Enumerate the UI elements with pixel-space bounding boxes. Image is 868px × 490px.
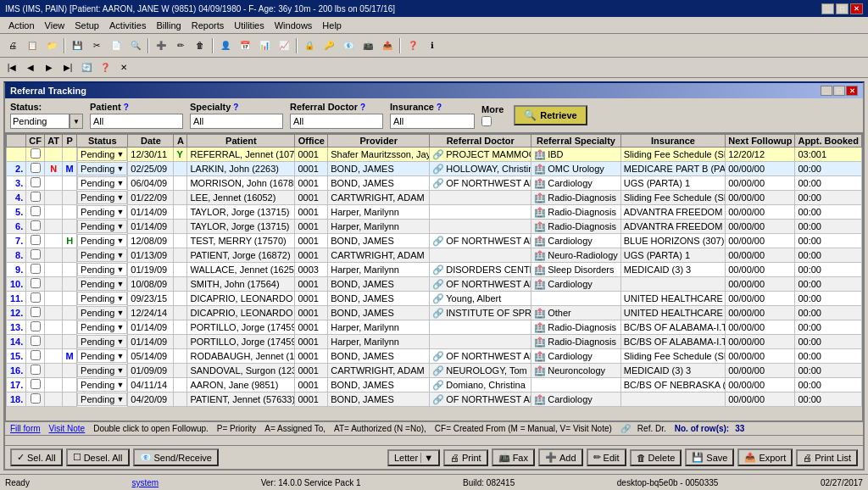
menu-setup[interactable]: Setup xyxy=(70,19,104,32)
nav-help[interactable]: ❓ xyxy=(97,60,114,75)
row-cf[interactable] xyxy=(26,162,45,176)
toolbar-btn-10[interactable]: 🗑 xyxy=(191,36,209,55)
cf-checkbox[interactable] xyxy=(31,365,41,375)
row-cf[interactable] xyxy=(26,205,45,220)
sel-all-button[interactable]: ✓ Sel. All xyxy=(10,448,63,466)
toolbar-btn-19[interactable]: 📤 xyxy=(378,36,397,55)
menu-action[interactable]: Action xyxy=(3,19,40,32)
fax-button[interactable]: 📠 Fax xyxy=(492,448,535,466)
row-cf[interactable] xyxy=(26,191,45,205)
table-row[interactable]: 3. Pending ▼ 06/04/09 MORRISON, John (16… xyxy=(7,176,862,191)
toolbar-btn-14[interactable]: 📈 xyxy=(275,36,293,55)
nav-close[interactable]: ✕ xyxy=(115,60,132,75)
nav-last[interactable]: ▶| xyxy=(59,60,76,75)
menu-help[interactable]: Help xyxy=(317,19,347,32)
cf-checkbox[interactable] xyxy=(31,393,41,404)
status-input[interactable]: Pending xyxy=(10,114,70,129)
toolbar-btn-21[interactable]: ℹ xyxy=(423,36,442,55)
table-row[interactable]: 14. Pending ▼ 01/14/09 PORTILLO, Jorge (… xyxy=(7,335,862,349)
toolbar-btn-5[interactable]: ✂ xyxy=(87,36,106,55)
table-row[interactable]: 18. Pending ▼ 04/20/09 PATIENT, Jennet (… xyxy=(7,393,862,407)
save-button[interactable]: 💾 Save xyxy=(685,448,734,466)
letter-dropdown-arrow[interactable]: ▼ xyxy=(420,453,433,463)
toolbar-btn-16[interactable]: 🔑 xyxy=(320,36,338,55)
row-cf[interactable] xyxy=(26,364,45,378)
toolbar-btn-17[interactable]: 📧 xyxy=(339,36,358,55)
row-cf[interactable] xyxy=(26,277,45,292)
toolbar-btn-6[interactable]: 📄 xyxy=(107,36,125,55)
cf-checkbox[interactable] xyxy=(31,235,41,245)
status-arrow[interactable]: ▼ xyxy=(70,114,83,129)
legend-fill-form[interactable]: Fill form xyxy=(10,424,41,433)
row-cf[interactable] xyxy=(26,306,45,320)
desel-all-button[interactable]: ☐ Desel. All xyxy=(66,448,130,466)
referral-minimize-btn[interactable]: _ xyxy=(821,86,832,96)
minimize-button[interactable]: _ xyxy=(821,3,834,14)
table-row[interactable]: 5. Pending ▼ 01/14/09 TAYLOR, Jorge (137… xyxy=(7,205,862,220)
maximize-button[interactable]: □ xyxy=(836,3,849,14)
retrieve-button[interactable]: 🔍 Retrieve xyxy=(514,105,587,125)
nav-next[interactable]: ▶ xyxy=(41,60,58,75)
table-row[interactable]: 4. Pending ▼ 01/22/09 LEE, Jennet (16052… xyxy=(7,191,862,205)
toolbar-btn-3[interactable]: 📁 xyxy=(42,36,61,55)
table-row[interactable]: 2. N M Pending ▼ 02/25/09 LARKIN, John (… xyxy=(7,162,862,176)
table-row[interactable]: 10. Pending ▼ 10/08/09 SMITH, John (1756… xyxy=(7,277,862,292)
menu-activities[interactable]: Activities xyxy=(104,19,151,32)
referral-doctor-input[interactable]: All xyxy=(290,114,383,129)
delete-button[interactable]: 🗑 Delete xyxy=(630,449,682,466)
table-row[interactable]: 13. Pending ▼ 01/14/09 PORTILLO, Jorge (… xyxy=(7,320,862,335)
cf-checkbox[interactable] xyxy=(31,321,41,331)
cf-checkbox[interactable] xyxy=(31,249,41,259)
row-cf[interactable] xyxy=(26,292,45,306)
menu-windows[interactable]: Windows xyxy=(270,19,318,32)
cf-checkbox[interactable] xyxy=(31,379,41,389)
row-cf[interactable] xyxy=(26,234,45,248)
menu-view[interactable]: View xyxy=(40,19,70,32)
menu-billing[interactable]: Billing xyxy=(151,19,186,32)
table-row[interactable]: 7. H Pending ▼ 12/08/09 TEST, MERRY (175… xyxy=(7,234,862,248)
close-button[interactable]: ✕ xyxy=(850,3,863,14)
grid-container[interactable]: CF AT P Status Date A Patient Office Pro… xyxy=(5,133,863,421)
horizontal-scrollbar[interactable] xyxy=(5,435,863,445)
referral-doctor-help[interactable]: ? xyxy=(360,103,365,112)
table-row[interactable]: 8. Pending ▼ 01/13/09 PATIENT, Jorge (16… xyxy=(7,248,862,263)
nav-prev[interactable]: ◀ xyxy=(22,60,39,75)
toolbar-btn-18[interactable]: 📠 xyxy=(359,36,377,55)
export-button[interactable]: 📤 Export xyxy=(737,448,793,466)
cf-checkbox[interactable] xyxy=(31,307,41,317)
referral-close-btn[interactable]: ✕ xyxy=(846,86,858,96)
table-row[interactable]: 17. Pending ▼ 04/11/14 AARON, Jane (9851… xyxy=(7,378,862,393)
letter-button[interactable]: Letter ▼ xyxy=(387,449,440,466)
cf-checkbox[interactable] xyxy=(31,264,41,274)
toolbar-btn-8[interactable]: ➕ xyxy=(152,36,170,55)
table-row[interactable]: 9. Pending ▼ 01/19/09 WALLACE, Jennet (1… xyxy=(7,263,862,277)
insurance-input[interactable]: All xyxy=(390,114,475,129)
cf-checkbox[interactable] xyxy=(31,192,41,202)
specialty-help[interactable]: ? xyxy=(233,103,238,112)
table-row[interactable]: 6. Pending ▼ 01/14/09 TAYLOR, Jorge (137… xyxy=(7,220,862,234)
nav-first[interactable]: |◀ xyxy=(3,60,20,75)
toolbar-btn-7[interactable]: 🔍 xyxy=(126,36,145,55)
table-row[interactable]: 15. M Pending ▼ 05/14/09 RODABAUGH, Jenn… xyxy=(7,349,862,364)
menu-reports[interactable]: Reports xyxy=(186,19,230,32)
add-button[interactable]: ➕ Add xyxy=(538,448,583,466)
toolbar-btn-9[interactable]: ✏ xyxy=(171,36,190,55)
patient-input[interactable]: All xyxy=(90,114,183,129)
row-cf[interactable] xyxy=(26,320,45,335)
menu-utilities[interactable]: Utilities xyxy=(229,19,269,32)
row-cf[interactable] xyxy=(26,393,45,407)
legend-visit-note[interactable]: Visit Note xyxy=(49,424,86,433)
send-receive-button[interactable]: 📧 Send/Receive xyxy=(133,448,220,466)
toolbar-btn-11[interactable]: 👤 xyxy=(216,36,235,55)
cf-checkbox[interactable] xyxy=(31,220,41,231)
row-cf[interactable] xyxy=(26,378,45,393)
table-row[interactable]: Pending ▼ 12/30/11 Y REFERRAL, Jennet (1… xyxy=(7,148,862,162)
table-row[interactable]: 12. Pending ▼ 12/24/14 DICAPRIO, LEONARD… xyxy=(7,306,862,320)
row-cf[interactable] xyxy=(26,263,45,277)
row-cf[interactable] xyxy=(26,176,45,191)
nav-refresh[interactable]: 🔄 xyxy=(78,60,95,75)
toolbar-btn-20[interactable]: ❓ xyxy=(403,36,422,55)
cf-checkbox[interactable] xyxy=(31,292,41,303)
toolbar-btn-13[interactable]: 📊 xyxy=(255,36,274,55)
table-row[interactable]: 11. Pending ▼ 09/23/15 DICAPRIO, LEONARD… xyxy=(7,292,862,306)
